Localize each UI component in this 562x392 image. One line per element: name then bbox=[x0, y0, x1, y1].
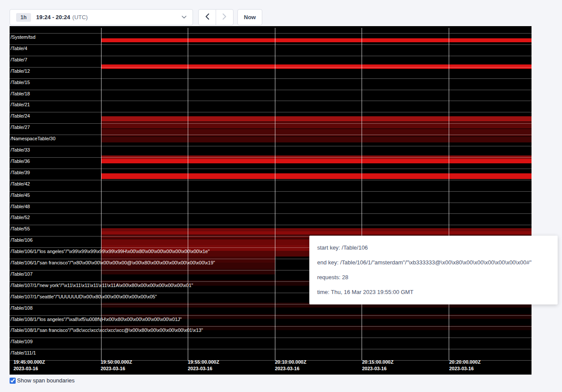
key-visualizer-page: 1h 19:24 - 20:24 (UTC) Now /System/tsd/T… bbox=[0, 0, 562, 392]
toolbar: 1h 19:24 - 20:24 (UTC) Now bbox=[10, 9, 262, 25]
time-axis-date: 2023-03-16 bbox=[188, 365, 219, 372]
gridline-vertical bbox=[101, 28, 102, 360]
show-span-boundaries-row: Show span boundaries bbox=[10, 377, 74, 384]
row-label: /Table/36 bbox=[10, 159, 30, 164]
key-visualizer-canvas[interactable]: /System/tsd/Table/4/Table/7/Table/12/Tab… bbox=[10, 26, 532, 375]
show-span-boundaries-label: Show span boundaries bbox=[17, 377, 74, 384]
row-label: /Table/33 bbox=[10, 147, 30, 152]
time-axis-time: 20:15:00.000Z bbox=[362, 359, 393, 365]
heatmap-band[interactable] bbox=[101, 231, 532, 235]
time-axis-label: 19:50:00.000Z2023-03-16 bbox=[101, 359, 132, 372]
row-label: /Table/111/1 bbox=[10, 350, 36, 355]
row-label: /Table/106 bbox=[10, 237, 33, 243]
heatmap-band[interactable] bbox=[101, 38, 532, 42]
heatmap-band[interactable] bbox=[101, 228, 532, 231]
gridline-horizontal bbox=[10, 169, 532, 169]
time-nav-group bbox=[198, 9, 234, 25]
gridline-horizontal bbox=[10, 349, 532, 349]
row-label: /Table/45 bbox=[10, 193, 30, 198]
time-axis-time: 19:50:00.000Z bbox=[101, 359, 132, 365]
tooltip-requests: requests: 28 bbox=[317, 270, 550, 285]
prev-time-button[interactable] bbox=[198, 9, 216, 25]
row-label: /Table/24 bbox=[10, 113, 30, 118]
row-label: /Table/7 bbox=[10, 57, 27, 62]
row-label: /Table/107 bbox=[10, 271, 33, 277]
now-button[interactable]: Now bbox=[237, 9, 262, 25]
row-label: /Table/4 bbox=[10, 46, 27, 51]
row-label: /Table/18 bbox=[10, 91, 30, 96]
tooltip-start-key: start key: /Table/106 bbox=[317, 240, 550, 255]
time-axis-label: 20:10:00.000Z2023-03-16 bbox=[275, 359, 306, 372]
gridline-horizontal bbox=[10, 146, 532, 146]
tooltip-end-key: end key: /Table/106/1/"amsterdam"/"\xb33… bbox=[317, 255, 550, 270]
time-axis-label: 19:55:00.000Z2023-03-16 bbox=[188, 359, 219, 372]
hover-tooltip: start key: /Table/106 end key: /Table/10… bbox=[309, 236, 558, 304]
gridline-horizontal bbox=[10, 101, 532, 101]
time-axis-date: 2023-03-16 bbox=[101, 365, 132, 372]
row-label: /Table/48 bbox=[10, 204, 30, 209]
next-time-button[interactable] bbox=[216, 9, 234, 25]
gridline-horizontal bbox=[10, 225, 532, 225]
time-axis-date: 2023-03-16 bbox=[362, 365, 393, 372]
time-axis-date: 2023-03-16 bbox=[14, 365, 45, 372]
gridline-horizontal bbox=[10, 78, 532, 79]
row-label: /Table/107/1/"seattle"/"UUUUUUD\x00\x80\… bbox=[10, 294, 157, 299]
show-span-boundaries-checkbox[interactable] bbox=[10, 378, 16, 384]
gridline-vertical bbox=[449, 28, 449, 360]
row-label: /Table/106/1/"los angeles"/"\x99\x99\x99… bbox=[10, 249, 210, 254]
gridline-horizontal bbox=[10, 56, 532, 56]
row-label: /Table/109 bbox=[10, 339, 33, 344]
time-axis-date: 2023-03-16 bbox=[275, 365, 306, 372]
heatmap-band[interactable] bbox=[101, 173, 532, 179]
time-axis-label: 20:20:00.000Z2023-03-16 bbox=[449, 359, 481, 372]
gridline-horizontal bbox=[10, 203, 532, 203]
row-label: /Table/39 bbox=[10, 170, 30, 175]
time-range-label: 19:24 - 20:24 bbox=[36, 14, 70, 20]
timezone-label: (UTC) bbox=[72, 14, 88, 20]
heatmap-band[interactable] bbox=[101, 129, 532, 136]
row-label: /Table/107/1/"new york"/"\x11\x11\x11\x1… bbox=[10, 283, 193, 288]
time-preset-badge: 1h bbox=[16, 13, 31, 22]
chevron-down-icon bbox=[182, 16, 186, 19]
heatmap-band[interactable] bbox=[101, 116, 532, 122]
time-axis-label: 19:45:00.000Z2023-03-16 bbox=[14, 359, 45, 372]
gridline-horizontal bbox=[10, 213, 532, 214]
chevron-right-icon bbox=[223, 14, 227, 21]
time-axis-time: 20:10:00.000Z bbox=[275, 359, 306, 365]
gridline-vertical bbox=[188, 28, 188, 360]
gridline-vertical bbox=[275, 28, 275, 360]
gridline-horizontal bbox=[10, 338, 532, 338]
row-label: /Table/55 bbox=[10, 226, 30, 231]
row-label: /Table/108/1/"los angeles"/"\xa8\xf5\u00… bbox=[10, 317, 182, 322]
row-label: /NamespaceTable/30 bbox=[10, 136, 55, 141]
time-axis-time: 20:20:00.000Z bbox=[449, 359, 481, 365]
row-label: /Table/108/1/"san francisco"/"\x8c\xcc\x… bbox=[10, 328, 203, 333]
gridline-vertical bbox=[362, 28, 362, 360]
gridline-horizontal bbox=[10, 326, 532, 327]
time-axis-label: 20:15:00.000Z2023-03-16 bbox=[362, 359, 393, 372]
time-axis-time: 19:45:00.000Z bbox=[14, 359, 45, 365]
gridline-horizontal bbox=[10, 180, 532, 180]
row-label: /Table/52 bbox=[10, 215, 30, 220]
row-label: /Table/27 bbox=[10, 125, 30, 130]
row-label: /Table/106/1/"san francisco"/"\x80\x00\x… bbox=[10, 260, 215, 265]
gridline-horizontal bbox=[10, 157, 532, 158]
heatmap-band[interactable] bbox=[101, 137, 532, 142]
row-label: /Table/108 bbox=[10, 305, 33, 311]
heatmap-band[interactable] bbox=[101, 159, 532, 163]
gridline-horizontal bbox=[10, 67, 532, 68]
gridline-horizontal bbox=[10, 135, 532, 135]
gridline-horizontal bbox=[10, 123, 532, 124]
gridline-horizontal bbox=[10, 90, 532, 90]
gridline-horizontal bbox=[10, 112, 532, 112]
time-axis-date: 2023-03-16 bbox=[449, 365, 481, 372]
tooltip-time: time: Thu, 16 Mar 2023 19:55:00 GMT bbox=[317, 285, 550, 300]
gridline-horizontal bbox=[10, 33, 532, 34]
row-label: /Table/21 bbox=[10, 102, 30, 107]
row-label: /Table/12 bbox=[10, 68, 30, 74]
gridline-horizontal bbox=[10, 44, 532, 45]
row-label: /System/tsd bbox=[10, 34, 35, 40]
gridline-horizontal bbox=[10, 315, 532, 316]
time-range-picker[interactable]: 1h 19:24 - 20:24 (UTC) bbox=[10, 9, 193, 25]
time-axis-time: 19:55:00.000Z bbox=[188, 359, 219, 365]
